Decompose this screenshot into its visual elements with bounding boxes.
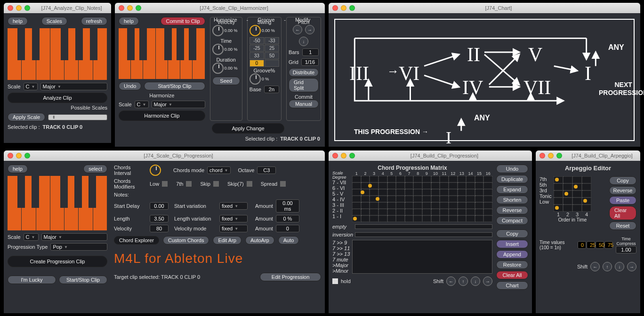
shift-left-button[interactable]: ←	[590, 262, 600, 271]
close-icon[interactable]	[8, 5, 13, 11]
analyze-clip-button[interactable]: Analyze Clip	[8, 93, 107, 103]
custom-chords-button[interactable]: Custom Chords	[163, 236, 209, 245]
undo-button[interactable]: Undo	[119, 82, 141, 90]
skip-checkbox[interactable]	[213, 181, 219, 187]
auto-button[interactable]: Auto	[278, 236, 299, 245]
undo-button[interactable]: Undo	[496, 165, 528, 173]
skip7-checkbox[interactable]	[247, 181, 252, 187]
distribute-button[interactable]: Distribute	[289, 68, 319, 77]
minimize-icon[interactable]	[548, 153, 554, 158]
close-icon[interactable]	[539, 153, 545, 158]
tv-2[interactable]: 25	[587, 241, 595, 249]
titlebar[interactable]: [J74_Scale_Clip_Harmonizer]	[115, 3, 325, 13]
bars-value[interactable]: 1	[302, 48, 319, 56]
swing-preset[interactable]	[265, 60, 279, 67]
keyboard[interactable]	[8, 28, 107, 80]
amount-2-value[interactable]: 0 %	[276, 215, 299, 222]
edit-progression-button[interactable]: Edit Progression	[260, 273, 321, 281]
copy-button[interactable]: Copy	[609, 176, 636, 185]
edit-arp-button[interactable]: Edit Arp	[213, 236, 242, 245]
close-icon[interactable]	[332, 5, 338, 11]
minimize-icon[interactable]	[16, 153, 22, 158]
help-button[interactable]: help	[8, 165, 28, 173]
seed-button[interactable]: Seed	[212, 77, 240, 85]
keyboard[interactable]	[119, 28, 205, 79]
insert-button[interactable]: Insert	[496, 240, 528, 248]
swing-preset[interactable]: -50	[250, 37, 264, 44]
velocity-mode-select[interactable]: fixed▼	[219, 225, 248, 232]
clear-all-button[interactable]: Clear All	[609, 206, 636, 220]
apply-scale-button[interactable]: Apply Scale	[8, 113, 45, 121]
zoom-icon[interactable]	[24, 5, 30, 11]
minimize-icon[interactable]	[341, 5, 346, 11]
start-stop-button[interactable]: Start/Stop Clip	[144, 82, 205, 90]
extra-matrix[interactable]	[352, 240, 492, 274]
copy-button[interactable]: Copy	[496, 229, 528, 238]
shift-down-button[interactable]: ↓	[471, 276, 480, 286]
pitch-down-button[interactable]: ←	[293, 25, 302, 34]
mode-select[interactable]: Major▼	[152, 101, 205, 108]
hold-checkbox[interactable]	[332, 278, 338, 284]
close-icon[interactable]	[332, 153, 338, 158]
titlebar[interactable]: [J74_Chart]	[329, 3, 640, 13]
swing-preset[interactable]: -25	[250, 45, 264, 52]
mode-select[interactable]: Major▼	[40, 83, 107, 90]
zoom-icon[interactable]	[349, 153, 355, 158]
keyboard[interactable]	[8, 176, 107, 230]
grid-value[interactable]: 1/16	[301, 58, 319, 66]
help-button[interactable]: help	[119, 17, 139, 25]
swing-preset[interactable]: 25	[265, 45, 279, 52]
octave-down-button[interactable]: ↓	[299, 37, 308, 46]
low-checkbox[interactable]	[162, 181, 168, 187]
shift-right-button[interactable]: →	[627, 262, 636, 271]
grid-split-button[interactable]: Grid Split	[289, 78, 319, 92]
tv-3[interactable]: 50	[596, 241, 604, 249]
start-variation-select[interactable]: fixed▼	[219, 202, 248, 210]
spread-checkbox[interactable]	[280, 181, 286, 187]
octave-value[interactable]: C3	[257, 166, 276, 174]
mode-select[interactable]: Major▼	[41, 233, 107, 241]
minimize-icon[interactable]	[127, 5, 133, 11]
help-button[interactable]: help	[8, 17, 28, 25]
pitch-up-button[interactable]: →	[305, 25, 314, 34]
zoom-icon[interactable]	[556, 153, 562, 158]
swing-preset[interactable]: 33	[250, 52, 264, 59]
select-button[interactable]: select	[83, 165, 107, 173]
swing-knob[interactable]	[250, 25, 261, 36]
velocity-value[interactable]: 80	[150, 225, 169, 232]
shift-up-button[interactable]: ↑	[459, 276, 468, 286]
apply-change-button[interactable]: Apply Change	[212, 123, 284, 134]
duration-knob[interactable]	[212, 63, 224, 74]
tv-1[interactable]: 0	[578, 241, 586, 249]
7th-checkbox[interactable]	[186, 181, 192, 187]
refresh-button[interactable]: refresh	[81, 17, 107, 25]
minimize-icon[interactable]	[341, 153, 346, 158]
append-button[interactable]: Append	[496, 250, 528, 259]
harmonize-clip-button[interactable]: Harmonize Clip	[119, 111, 205, 121]
empty-row[interactable]	[355, 224, 492, 229]
amount-3-value[interactable]: 0	[276, 225, 299, 232]
titlebar[interactable]: [J74_Build_Clip_Arpeggio]	[536, 150, 640, 161]
possible-scales-select[interactable]: ⇕	[48, 114, 107, 120]
reset-button[interactable]: Reset	[609, 221, 636, 230]
expand-button[interactable]: Expand	[496, 185, 528, 194]
titlebar[interactable]: [J74_Scale_Clip_Progression]	[4, 150, 325, 161]
zoom-icon[interactable]	[24, 153, 30, 158]
clear-all-button[interactable]: Clear All	[496, 271, 528, 279]
close-icon[interactable]	[119, 5, 124, 11]
zoom-icon[interactable]	[349, 5, 355, 11]
swing-preset[interactable]: 0	[250, 60, 264, 67]
swing-preset[interactable]: -33	[265, 37, 279, 44]
chords-mode-select[interactable]: chord▼	[207, 166, 230, 174]
swing-preset[interactable]: 50	[265, 52, 279, 59]
titlebar[interactable]: [J74_Analyze_Clip_Notes]	[4, 3, 111, 13]
zoom-icon[interactable]	[136, 5, 141, 11]
start-delay-value[interactable]: 0.00	[150, 202, 169, 210]
root-select[interactable]: C▼	[24, 83, 38, 90]
chord-explorer-button[interactable]: Chord Explorer	[114, 236, 159, 245]
duplicate-button[interactable]: Duplicate	[496, 175, 528, 183]
chart-button[interactable]: Chart	[496, 281, 528, 290]
length-variation-select[interactable]: fixed▼	[219, 215, 248, 222]
autoarp-button[interactable]: AutoArp	[245, 236, 274, 245]
amount-1-value[interactable]: 0.00 ms	[276, 199, 299, 213]
